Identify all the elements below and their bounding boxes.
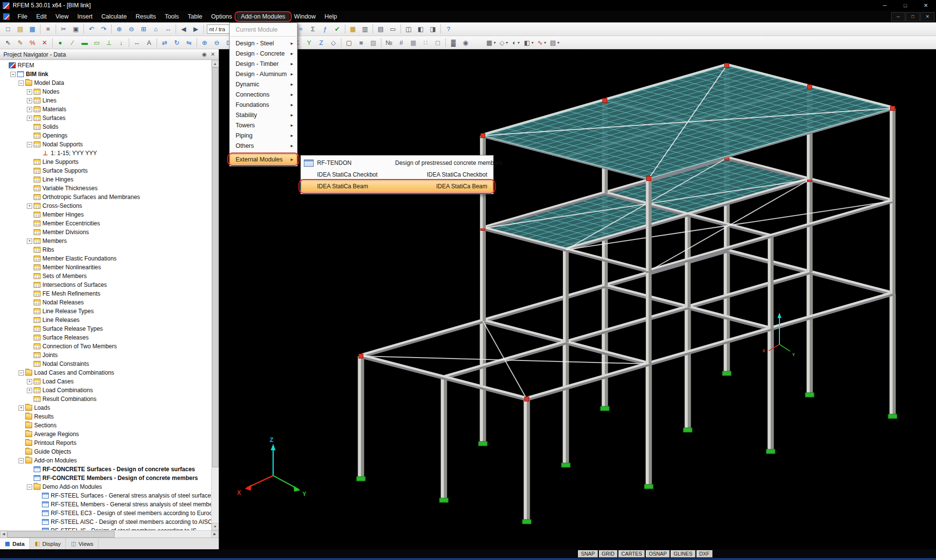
tree-item-cross-sections[interactable]: +Cross-Sections [0,201,211,210]
submenu-item-rf-tendon[interactable]: RF-TENDONDesign of prestressed concrete … [301,157,493,169]
tree-item-rf-steel-surfaces-general-stress-analysis-of-steel-surfaces[interactable]: RF-STEEL Surfaces - General stress analy… [0,491,211,500]
pan-view-button[interactable]: ↔ [162,24,174,35]
zoom-in-view-button[interactable]: ⊕ [199,37,211,48]
view-y-button[interactable]: Y [303,37,315,48]
tree-item-members[interactable]: +Members [0,237,211,245]
maximize-button[interactable]: □ [895,0,916,11]
tree-item-surface-releases[interactable]: Surface Releases [0,333,211,342]
tables-button[interactable]: ▦ [347,24,359,35]
tree-item-surface-supports[interactable]: Surface Supports [0,166,211,175]
menu-item-towers[interactable]: Towers▸ [230,120,297,130]
colors-dropdown[interactable]: ◧▾ [522,37,535,48]
tree-item-fe-mesh-refinements[interactable]: FE Mesh Refinements [0,289,211,298]
menu-tools[interactable]: Tools [160,12,183,21]
child-minimize-button[interactable]: ─ [891,12,905,21]
zoom-window-button[interactable]: ⊞ [138,24,150,35]
tree-item-ribs[interactable]: Ribs [0,245,211,254]
tree-item-orthotropic-surfaces-and-membranes[interactable]: Orthotropic Surfaces and Membranes [0,193,211,201]
next-view-button[interactable]: ▶ [190,24,202,35]
graphic-printout-button[interactable]: ▭ [387,24,399,35]
tree-item-line-hinges[interactable]: Line Hinges [0,175,211,184]
print-button[interactable]: ≡ [42,24,54,35]
child-restore-button[interactable]: □ [906,12,920,21]
tree-item-result-combinations[interactable]: Result Combinations [0,395,211,403]
tree-item-average-regions[interactable]: Average Regions [0,430,211,439]
menu-item-design-steel[interactable]: Design - Steel▸ [230,38,297,48]
menu-item-connections[interactable]: Connections▸ [230,89,297,100]
submenu-item-idea-statica-checkbot[interactable]: IDEA StatiCa CheckbotIDEA StatiCa Checkb… [301,169,493,180]
menu-table[interactable]: Table [183,12,207,21]
new-window-button[interactable]: ◫ [402,24,415,35]
new-surface-button[interactable]: ▭ [91,37,103,48]
show-grid-button[interactable]: ∷ [419,37,432,48]
tab-views[interactable]: ◫Views [66,538,99,549]
check-button[interactable]: ✔ [331,24,343,35]
menu-item-foundations[interactable]: Foundations▸ [230,100,297,110]
show-numbering-button[interactable]: № [383,37,395,48]
tree-item-line-supports[interactable]: Line Supports [0,158,211,166]
tree-item-bim-link[interactable]: –BIM link [0,70,211,79]
status-toggle-cartes[interactable]: CARTES [618,550,645,558]
tree-item-nodal-constraints[interactable]: Nodal Constraints [0,360,211,368]
mirror-button[interactable]: ⇋ [183,37,195,48]
scrollbar-thumb[interactable] [212,67,219,467]
tree-expander[interactable]: – [27,484,32,490]
view-angle-dropdown[interactable]: ◇▾ [498,37,510,48]
menu-view[interactable]: View [51,12,73,21]
minimize-button[interactable]: ─ [875,0,895,11]
tree-item-results[interactable]: Results [0,412,211,421]
base-supports[interactable] [357,371,897,524]
display-properties-dropdown[interactable]: ▦▾ [484,37,498,48]
tree-item-nodal-supports[interactable]: –Nodal Supports [0,140,211,149]
visibility-dropdown[interactable]: ◐▾ [510,37,522,48]
tree-expander[interactable]: + [27,379,32,384]
menu-item-piping[interactable]: Piping▸ [230,130,297,140]
new-member-button[interactable]: ▬ [79,37,91,48]
navigator-toggle-button[interactable]: ◧ [415,24,427,35]
tree-item-printout-reports[interactable]: Printout Reports [0,439,211,447]
close-button[interactable]: ✕ [916,0,936,11]
tree-item-load-combinations[interactable]: +Load Combinations [0,386,211,395]
tree-item-materials[interactable]: +Materials [0,105,211,114]
show-values-button[interactable]: # [395,37,407,48]
comment-button[interactable]: A [143,37,155,48]
menu-results[interactable]: Results [131,12,160,21]
tree-expander[interactable]: + [27,203,32,209]
results-display-dropdown[interactable]: ∿▾ [536,37,548,48]
tree-item-member-divisions[interactable]: Member Divisions [0,228,211,237]
tree-item-rf-concrete-surfaces-design-of-concrete-surfaces[interactable]: RF-CONCRETE Surfaces - Design of concret… [0,465,211,474]
menu-options[interactable]: Options [207,12,237,21]
tree-item-guide-objects[interactable]: Guide Objects [0,447,211,456]
tree-item-line-release-types[interactable]: Line Release Types [0,307,211,316]
tree-item-load-cases-and-combinations[interactable]: –Load Cases and Combinations [0,368,211,377]
previous-view-button[interactable]: ◀ [178,24,190,35]
menu-calculate[interactable]: Calculate [97,12,131,21]
dimension-button[interactable]: ↔ [131,37,143,48]
tree-expander[interactable]: + [27,239,32,244]
zoom-in-button[interactable]: ⊕ [113,24,125,35]
tree-item-member-nonlinearities[interactable]: Member Nonlinearities [0,263,211,272]
3d-viewport[interactable]: Z X Y X Y [219,49,936,549]
tree-item-lines[interactable]: +Lines [0,96,211,105]
rotate-button[interactable]: ↻ [171,37,183,48]
select-arrow-button[interactable]: ⇖ [2,37,14,48]
tree-item-sections[interactable]: Sections [0,421,211,430]
new-model-button[interactable]: □ [2,24,14,35]
tree-expander[interactable]: + [19,405,24,411]
new-node-button[interactable]: ● [54,37,66,48]
status-toggle-glines[interactable]: GLINES [671,550,696,558]
menu-item-others[interactable]: Others▸ [230,140,297,151]
new-line-button[interactable]: ∕ [66,37,79,48]
delete-button[interactable]: ✕ [39,37,51,48]
tree-item-line-releases[interactable]: Line Releases [0,316,211,324]
new-support-button[interactable]: ⊥ [103,37,115,48]
display-settings-button[interactable]: ◉ [459,37,472,48]
status-toggle-snap[interactable]: SNAP [578,550,598,558]
tree-item-add-on-modules[interactable]: –Add-on Modules [0,456,211,465]
menu-item-external-modules[interactable]: External Modules▸ [230,154,297,164]
tree-item-variable-thicknesses[interactable]: Variable Thicknesses [0,184,211,193]
tree-item-connection-of-two-members[interactable]: Connection of Two Members [0,342,211,351]
tree-item-loads[interactable]: +Loads [0,403,211,412]
show-all-button[interactable]: ⌂ [150,24,162,35]
tree-item-1-1-15-yyy-yyy[interactable]: ⊥1: 1-15; YYY YYY [0,149,211,158]
